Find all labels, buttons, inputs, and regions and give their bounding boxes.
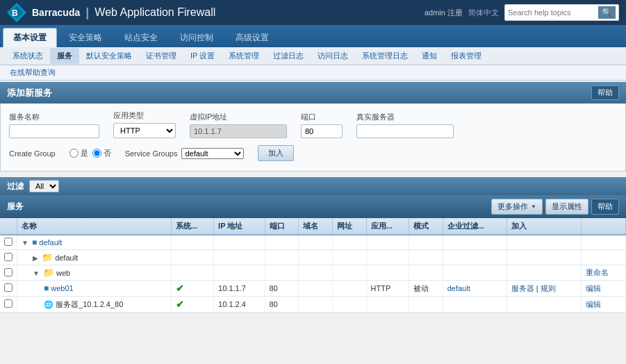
subnav-default-policy[interactable]: 默认安全策略	[79, 48, 139, 64]
service-groups-select[interactable]: default	[181, 148, 244, 159]
row-check	[0, 235, 17, 250]
filter-select[interactable]: All	[29, 180, 59, 192]
row-checkbox[interactable]	[4, 253, 13, 261]
expand-icon[interactable]: ▼	[33, 270, 40, 277]
col-mode: 模式	[409, 218, 443, 235]
subnav-sysadmin[interactable]: 系统管理	[222, 48, 266, 64]
app-title: Web Application Firewall	[94, 6, 215, 19]
row-mode	[409, 250, 443, 265]
row-domain	[299, 235, 333, 250]
row-mode	[409, 265, 443, 281]
row-domain	[299, 250, 333, 265]
row-actions: 重命名	[581, 265, 625, 281]
row-name: ▼ ■ default	[17, 235, 172, 250]
service-groups-field: Service Groups default	[125, 148, 245, 159]
subnav-report[interactable]: 报表管理	[444, 48, 488, 64]
header: B Barracuda | Web Application Firewall a…	[0, 0, 626, 25]
table-row: ■ web01 ✔ 10.1.1.7 80 HTTP 被动 default 服务…	[0, 281, 626, 297]
search-input[interactable]	[508, 8, 598, 17]
header-right: admin 注册 简体中文 🔍	[425, 4, 619, 21]
row-port	[265, 250, 299, 265]
row-name-text: web	[56, 269, 70, 277]
row-join	[506, 235, 581, 250]
row-port: 80	[265, 297, 299, 313]
subnav-cert[interactable]: 证书管理	[139, 48, 183, 64]
service-name-input[interactable]	[9, 124, 99, 138]
row-apptype	[366, 250, 409, 265]
more-ops-dropdown-icon: ▼	[531, 204, 536, 210]
expand-icon[interactable]: ▶	[33, 254, 38, 262]
tab-advanced[interactable]: 高级设置	[225, 28, 279, 47]
service-link[interactable]: default	[39, 238, 62, 247]
radio-no[interactable]	[92, 149, 101, 158]
row-entfilter	[443, 265, 506, 281]
tab-site[interactable]: 站点安全	[114, 28, 168, 47]
svg-text:B: B	[12, 8, 18, 18]
app-type-select[interactable]: HTTP HTTPS FTP	[113, 123, 176, 138]
main-nav: 基本设置 安全策略 站点安全 访问控制 高级设置	[0, 25, 626, 47]
row-mode	[409, 235, 443, 250]
search-button[interactable]: 🔍	[598, 6, 616, 19]
subnav-sysadmin-log[interactable]: 系统管理日志	[355, 48, 415, 64]
subnav-notify[interactable]: 通知	[415, 48, 444, 64]
row-actions: 编辑	[581, 297, 625, 313]
edit-link[interactable]: 编辑	[586, 300, 601, 308]
real-server-input[interactable]	[356, 124, 454, 138]
row-checkbox[interactable]	[4, 299, 13, 308]
row-actions: 编辑	[581, 281, 625, 297]
entfilter-link[interactable]: default	[447, 284, 470, 292]
more-ops-button[interactable]: 更多操作 ▼	[491, 199, 543, 215]
table-header-row: 名称 系统... IP 地址 端口 域名 网址 应用... 模式 企业过滤...…	[0, 218, 626, 235]
row-system	[171, 250, 213, 265]
row-checkbox[interactable]	[4, 268, 13, 276]
row-entfilter	[443, 235, 506, 250]
check-icon: ✔	[176, 283, 184, 294]
user-info: admin 注册	[425, 8, 463, 18]
row-mode	[409, 297, 443, 313]
rename-link[interactable]: 重命名	[586, 268, 609, 276]
service-icon: ■	[44, 283, 49, 293]
expand-icon[interactable]: ▼	[22, 239, 28, 247]
row-system: ✔	[171, 281, 213, 297]
row-apptype: HTTP	[366, 281, 409, 297]
server-link[interactable]: 服务器	[511, 284, 534, 292]
row-url	[332, 297, 366, 313]
vip-input[interactable]	[190, 124, 287, 138]
table-help-button[interactable]: 帮助	[591, 199, 619, 215]
tab-basic[interactable]: 基本设置	[3, 28, 57, 47]
subnav2-online-help[interactable]: 在线帮助查询	[6, 66, 60, 79]
row-entfilter: default	[443, 281, 506, 297]
join-button[interactable]: 加入	[258, 145, 294, 161]
tab-access[interactable]: 访问控制	[170, 28, 224, 47]
add-service-help-button[interactable]: 帮助	[591, 85, 619, 100]
show-props-button[interactable]: 显示属性	[545, 199, 588, 215]
port-input[interactable]	[301, 124, 343, 138]
service-groups-label: Service Groups	[125, 149, 178, 158]
row-checkbox[interactable]	[4, 238, 13, 246]
tab-security[interactable]: 安全策略	[58, 28, 113, 47]
rules-link[interactable]: 规则	[541, 284, 556, 292]
row-checkbox[interactable]	[4, 283, 13, 292]
row-system: ✔	[171, 297, 213, 313]
row-ip: 10.1.1.7	[214, 281, 265, 297]
vip-label: 虚拟IP地址	[190, 112, 287, 122]
row-mode: 被动	[409, 281, 443, 297]
radio-yes[interactable]	[69, 149, 79, 158]
subnav-services[interactable]: 服务	[50, 48, 79, 64]
server-icon: 🌐	[44, 300, 53, 308]
subnav-filter-log[interactable]: 过滤日志	[266, 48, 311, 64]
table-header-right: 更多操作 ▼ 显示属性 帮助	[491, 199, 619, 215]
radio-no-label[interactable]: 否	[92, 148, 111, 158]
service-link[interactable]: web01	[51, 284, 73, 292]
subnav-status[interactable]: 系统状态	[6, 48, 50, 64]
row-port	[265, 265, 299, 281]
form-row-1: 服务名称 应用类型 HTTP HTTPS FTP 虚拟IP地址 端口 真实服务器	[9, 110, 617, 138]
col-apptype: 应用...	[366, 218, 409, 235]
tree-indent	[22, 300, 44, 308]
subnav-ip[interactable]: IP 设置	[183, 48, 222, 64]
lang-selector[interactable]: 简体中文	[468, 8, 499, 18]
edit-link[interactable]: 编辑	[586, 284, 601, 292]
subnav-access-log[interactable]: 访问日志	[311, 48, 355, 64]
app-type-field: 应用类型 HTTP HTTPS FTP	[113, 110, 176, 138]
radio-yes-label[interactable]: 是	[69, 148, 88, 158]
